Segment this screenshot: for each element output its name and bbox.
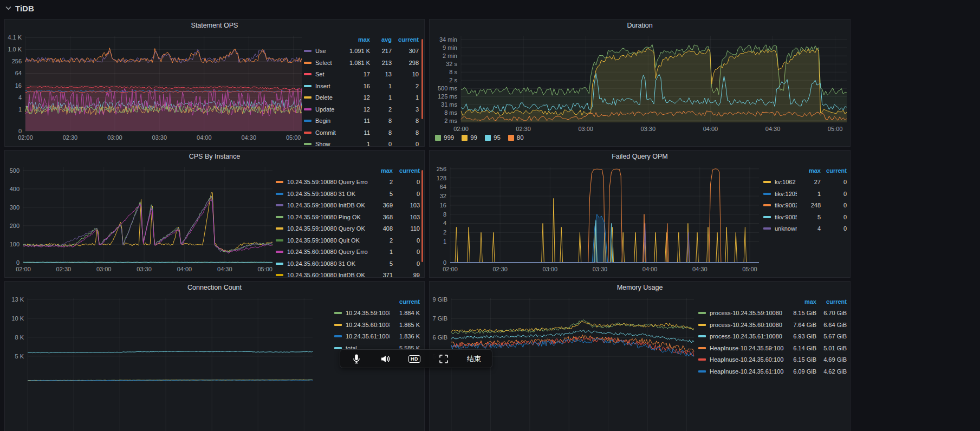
legend-item[interactable]: 10.24.35.59:10080 InitDB OK369103: [276, 200, 420, 212]
legend-item[interactable]: 10.24.35.59:10080 31 OK50: [276, 188, 420, 200]
panel-cps-by-instance: CPS By Instance 500400300200100002:0002:…: [4, 150, 425, 278]
legend-value: 2: [368, 179, 393, 185]
panel-title[interactable]: Connection Count: [5, 284, 424, 291]
legend-column-current[interactable]: current: [392, 36, 419, 43]
series-color-swatch: [276, 216, 283, 218]
legend-item[interactable]: 10.24.35.60:10080 Query Error10: [276, 246, 420, 258]
legend-item[interactable]: Show100: [304, 139, 419, 147]
legend-item[interactable]: 95: [485, 134, 501, 141]
legend-item[interactable]: Select1.081 K213298: [304, 57, 419, 69]
legend-item[interactable]: Use1.091 K217307: [304, 45, 419, 57]
legend-value: 248: [797, 202, 821, 208]
legend-item[interactable]: Delete1211: [304, 92, 419, 104]
panel-title[interactable]: Memory Usage: [430, 284, 850, 291]
duration-chart[interactable]: 34 min9 min2 min32 s8 s2 s500 ms125 ms31…: [430, 19, 850, 146]
legend-value: 1.091 K: [344, 48, 370, 54]
legend-value: 5: [797, 214, 821, 220]
legend-item[interactable]: process-10.24.35.59:100808.15 GiB6.70 Gi…: [698, 308, 847, 319]
y-tick-label: 100: [10, 241, 20, 247]
y-tick-label: 0: [18, 128, 22, 134]
panel-title[interactable]: Statement OPS: [5, 22, 424, 29]
legend-column-current[interactable]: current: [390, 298, 420, 305]
legend-item[interactable]: 10.24.35.60:10080 31 OK50: [276, 258, 420, 270]
legend-item[interactable]: tikv:120510: [763, 188, 847, 200]
legend-item[interactable]: HeapInuse-10.24.35.60:100806.15 GiB4.69 …: [698, 354, 847, 366]
legend-scrollbar[interactable]: [421, 170, 423, 262]
legend-item[interactable]: 10.24.35.59:10080 Ping OK368103: [276, 211, 420, 223]
panel-title[interactable]: Duration: [430, 22, 850, 29]
legend-item[interactable]: Update1223: [304, 103, 419, 115]
panel-title[interactable]: Failed Query OPM: [430, 153, 850, 160]
legend-item[interactable]: process-10.24.35.60:100807.64 GiB6.64 Gi…: [698, 319, 847, 331]
legend-value: 6.70 GiB: [816, 310, 847, 316]
series-color-swatch: [763, 216, 771, 218]
memory-usage-legend: maxcurrentprocess-10.24.35.59:100808.15 …: [698, 296, 847, 377]
series-color-swatch: [304, 143, 311, 145]
series-label: process-10.24.35.61:10080: [710, 333, 784, 339]
legend-item[interactable]: 10.24.35.60:10080 InitDB OK37199: [276, 270, 420, 278]
legend-column-max[interactable]: max: [344, 36, 370, 43]
legend-item[interactable]: 10.24.35.59:100801.884 K: [334, 308, 420, 319]
legend-item[interactable]: unknown40: [763, 223, 847, 235]
legend-item[interactable]: 10.24.35.59:10080 Quit OK20: [276, 234, 420, 246]
legend-column-max[interactable]: max: [784, 298, 816, 305]
legend-item[interactable]: Begin1188: [304, 115, 419, 127]
legend-item[interactable]: 99: [462, 134, 477, 141]
legend-item[interactable]: 999: [435, 134, 454, 141]
y-tick-label: 31 ms: [441, 101, 457, 108]
fullscreen-button[interactable]: [438, 354, 449, 364]
legend-item[interactable]: HeapInuse-10.24.35.61:100806.09 GiB4.62 …: [698, 365, 847, 377]
legend-item[interactable]: Commit1188: [304, 127, 419, 139]
legend-item[interactable]: 10.24.35.59:10080 Query OK408110: [276, 223, 420, 235]
x-tick-label: 04:30: [217, 266, 232, 272]
panel-title[interactable]: CPS By Instance: [5, 153, 424, 160]
legend-value: 8: [370, 117, 392, 124]
legend-item[interactable]: 10.24.35.60:100801.865 K: [334, 319, 420, 331]
legend-column-current[interactable]: current: [821, 167, 847, 174]
legend-item[interactable]: Set171310: [304, 69, 419, 81]
legend-column-current[interactable]: current: [816, 298, 847, 305]
legend-value: 217: [370, 48, 392, 54]
legend-item[interactable]: HeapInuse-10.24.35.59:100806.14 GiB5.01 …: [698, 342, 847, 354]
speaker-button[interactable]: [380, 354, 391, 364]
legend-item[interactable]: 80: [508, 134, 524, 141]
legend-item[interactable]: 10.24.35.59:10080 Query Error20: [276, 177, 420, 188]
legend-item[interactable]: process-10.24.35.61:100806.93 GiB5.67 Gi…: [698, 331, 847, 343]
legend-header: maxcurrent: [698, 296, 847, 308]
legend-value: 0: [370, 141, 392, 147]
series-label: 999: [444, 134, 454, 141]
legend-column-max[interactable]: max: [368, 167, 393, 174]
dashboard-row-header[interactable]: TiDB: [0, 0, 980, 16]
legend-column-avg[interactable]: avg: [370, 36, 392, 43]
legend-item[interactable]: kv:1062270: [763, 177, 847, 188]
legend-value: 0: [821, 202, 847, 208]
legend-item[interactable]: tikv:900550: [763, 211, 847, 223]
legend-value: 8: [392, 117, 419, 124]
series-color-swatch: [334, 335, 342, 337]
legend-item[interactable]: tikv:90022480: [763, 200, 847, 212]
y-tick-label: 4.1 K: [8, 34, 22, 41]
series-color-swatch: [763, 204, 771, 206]
legend-scrollbar[interactable]: [421, 39, 423, 119]
legend-column-current[interactable]: current: [393, 167, 420, 174]
y-tick-label: 64: [15, 70, 22, 76]
legend-item[interactable]: 10.24.35.61:100801.836 K: [334, 331, 420, 343]
connection-count-legend: current10.24.35.59:100801.884 K10.24.35.…: [334, 296, 420, 354]
legend-item[interactable]: Insert1612: [304, 80, 419, 92]
x-tick-label: 04:30: [765, 126, 781, 132]
y-tick-label: 2: [443, 229, 446, 236]
x-tick-label: 03:00: [543, 266, 558, 272]
legend-value: 6.14 GiB: [784, 345, 816, 351]
legend-column-max[interactable]: max: [797, 167, 821, 174]
microphone-button[interactable]: [351, 354, 362, 364]
y-tick-label: 400: [10, 186, 20, 192]
y-tick-label: 2 ms: [444, 117, 457, 124]
legend-value: 2: [392, 83, 419, 89]
y-tick-label: 9 GiB: [432, 296, 447, 303]
legend-value: 16: [344, 83, 370, 89]
end-button[interactable]: 结束: [467, 354, 481, 364]
legend-value: 4.62 GiB: [816, 368, 847, 375]
series-color-swatch: [462, 135, 468, 141]
legend-value: 1.081 K: [344, 60, 370, 66]
hd-quality-button[interactable]: HD: [408, 355, 420, 363]
